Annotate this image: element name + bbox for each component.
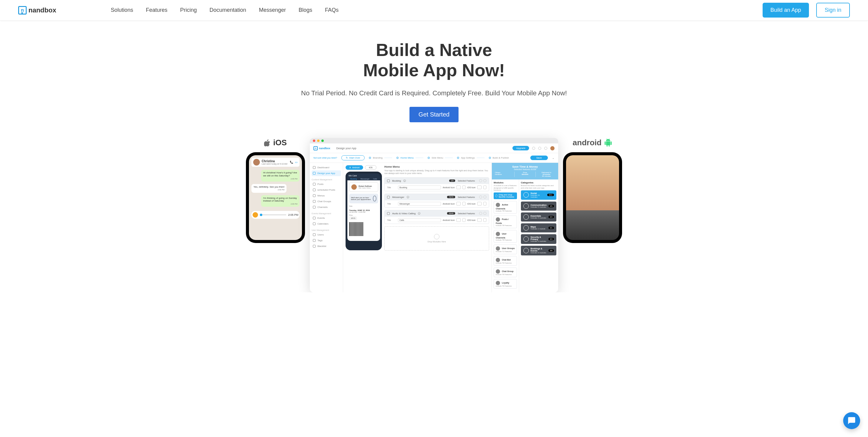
- info-icon[interactable]: ⓘ: [403, 179, 406, 182]
- dropdown-icon[interactable]: [462, 186, 465, 189]
- rail-scheduled[interactable]: scheduled Posts: [312, 187, 341, 193]
- nav-messenger[interactable]: Messenger: [259, 7, 286, 13]
- eye-icon[interactable]: [479, 212, 482, 215]
- category-card[interactable]: SocialIncludes 11 modules0/11: [521, 190, 556, 200]
- build-app-button[interactable]: Build an App: [763, 3, 809, 18]
- call-icon: 📞: [290, 161, 293, 164]
- rail-users[interactable]: Users: [312, 232, 341, 238]
- rail-design-app[interactable]: Design your App: [312, 170, 341, 176]
- rail-events[interactable]: Events: [312, 215, 341, 221]
- rail-blacklist[interactable]: Blacklist: [312, 243, 341, 249]
- preview-time: 12:30 PM - 2:45 PM: [349, 211, 378, 213]
- hero-line2: Mobile App Now!: [363, 60, 505, 80]
- module-card[interactable]: Chat Groupinclude 76 Features: [494, 268, 517, 277]
- dropdown-icon[interactable]: [462, 202, 465, 205]
- brand-logo[interactable]: n nandbox: [18, 6, 56, 14]
- ios-icon-label: iOS Icon: [467, 187, 475, 189]
- trash-icon[interactable]: [484, 212, 486, 215]
- module-dropzone[interactable]: Drop Modules Here: [384, 226, 489, 250]
- category-card[interactable]: Security & PrivacyIncludes 4 modules0/4: [521, 234, 556, 244]
- rail-menus[interactable]: Menus: [312, 193, 341, 199]
- step-build-publish[interactable]: Build & Publish: [493, 157, 509, 159]
- trash-icon[interactable]: [484, 179, 486, 182]
- rail-chat-groups[interactable]: Chat Groups: [312, 199, 341, 204]
- module-card[interactable]: Chat Botinclude 76 Features: [494, 256, 517, 266]
- chat-msg-out: I'm thinking of going on Sunday instead …: [261, 195, 300, 207]
- chat-header-actions: 📞 ▭: [290, 161, 298, 164]
- preview-ios-toggle[interactable]: iOS: [365, 165, 376, 170]
- module-card[interactable]: Active Channelsinclude 78 Features: [494, 201, 517, 214]
- ios-icon-select[interactable]: [477, 202, 482, 205]
- hero-line1: Build a Native: [376, 40, 492, 60]
- builder-header: nnandbox Design your App Upgrade: [310, 143, 558, 153]
- settings-icon[interactable]: [544, 147, 547, 150]
- builder-brand[interactable]: nnandbox: [313, 146, 331, 150]
- close-dot-icon: [313, 139, 315, 142]
- bell-icon[interactable]: [532, 147, 535, 150]
- module-card[interactable]: Posts / Feedsinclude 78 Features: [494, 215, 517, 228]
- start-over-button[interactable]: ↻ Start Over: [341, 155, 365, 160]
- nav-pricing[interactable]: Pricing: [180, 7, 197, 13]
- eye-icon[interactable]: [479, 196, 482, 199]
- upgrade-button[interactable]: Upgrade: [513, 146, 529, 150]
- category-card[interactable]: Bookings & EventsIncludes 6 modules0/6: [521, 246, 556, 256]
- nav-documentation[interactable]: Documentation: [210, 7, 246, 13]
- primary-nav: Solutions Features Pricing Documentation…: [111, 7, 339, 13]
- module-card[interactable]: User Channelsinclude 78 Features: [494, 230, 517, 243]
- dropdown-icon[interactable]: [484, 202, 486, 205]
- module-card[interactable]: User Groupsinclude 71 Features: [494, 244, 517, 254]
- nav-blogs[interactable]: Blogs: [299, 7, 312, 13]
- play-icon: [253, 212, 258, 217]
- module-card[interactable]: Loyaltyinclude 76 Features: [494, 279, 517, 289]
- android-icon-select[interactable]: [457, 218, 461, 222]
- module-icon: [496, 203, 500, 207]
- category-card[interactable]: CommunicationIncludes 5 modules0/5: [521, 202, 556, 211]
- rail-tags[interactable]: Tags: [312, 238, 341, 243]
- rail-channels[interactable]: Channels: [312, 204, 341, 210]
- clock-icon: [373, 196, 376, 202]
- step-app-settings[interactable]: App Settings: [461, 157, 474, 159]
- lock-icon: [387, 196, 390, 199]
- hero-subtitle: No Trial Period. No Credit Card is Requi…: [6, 89, 862, 97]
- dropdown-icon[interactable]: [484, 186, 486, 189]
- category-card[interactable]: MapsIncludes 1 module0/1: [521, 223, 556, 232]
- preview-tab[interactable]: Messenger: [361, 178, 370, 180]
- sign-in-button[interactable]: Sign in: [816, 3, 850, 18]
- rail-calendars[interactable]: Calendars: [312, 221, 341, 227]
- step-side-menu[interactable]: Side Menu: [432, 157, 443, 159]
- user-avatar[interactable]: [550, 146, 555, 150]
- nav-actions: Build an App Sign in: [763, 3, 850, 18]
- preview-android-toggle[interactable]: ⬇ Android: [346, 165, 363, 170]
- trash-icon[interactable]: [484, 196, 486, 199]
- nav-features[interactable]: Features: [146, 7, 167, 13]
- rail-posts[interactable]: Posts: [312, 181, 341, 187]
- dropdown-icon[interactable]: [462, 218, 465, 222]
- preview-tab[interactable]: Booking: [350, 178, 357, 180]
- top-nav: n nandbox Solutions Features Pricing Doc…: [0, 0, 868, 21]
- eye-icon[interactable]: [479, 179, 482, 182]
- android-icon-select[interactable]: [457, 186, 461, 189]
- rail-dashboard[interactable]: Dashboard: [312, 165, 341, 170]
- chevron-down-icon[interactable]: ⌄: [552, 157, 555, 160]
- android-icon-select[interactable]: [457, 202, 461, 205]
- dropzone-icon: [434, 234, 439, 239]
- ios-icon-select[interactable]: [477, 218, 482, 222]
- info-icon[interactable]: ⓘ: [407, 196, 409, 199]
- nav-faqs[interactable]: FAQs: [325, 7, 339, 13]
- dropdown-icon[interactable]: [484, 218, 486, 222]
- help-icon[interactable]: [538, 147, 541, 150]
- category-card[interactable]: EssentialsIncludes 4 modules0/4: [521, 212, 556, 222]
- title-input[interactable]: Booking: [398, 186, 441, 190]
- title-input[interactable]: Messenger: [398, 202, 441, 206]
- step-branding[interactable]: Branding: [373, 157, 382, 159]
- step-home-menu[interactable]: Home Menu: [400, 157, 414, 159]
- min-dot-icon: [317, 139, 319, 142]
- window-titlebar: [310, 138, 558, 143]
- title-input[interactable]: Calls: [398, 218, 441, 222]
- preview-tab[interactable]: Calls: [373, 178, 377, 180]
- save-button[interactable]: Save: [530, 156, 548, 160]
- get-started-button[interactable]: Get Started: [409, 107, 459, 122]
- ios-icon-select[interactable]: [477, 186, 482, 189]
- nav-solutions[interactable]: Solutions: [111, 7, 133, 13]
- info-icon[interactable]: ⓘ: [418, 212, 421, 215]
